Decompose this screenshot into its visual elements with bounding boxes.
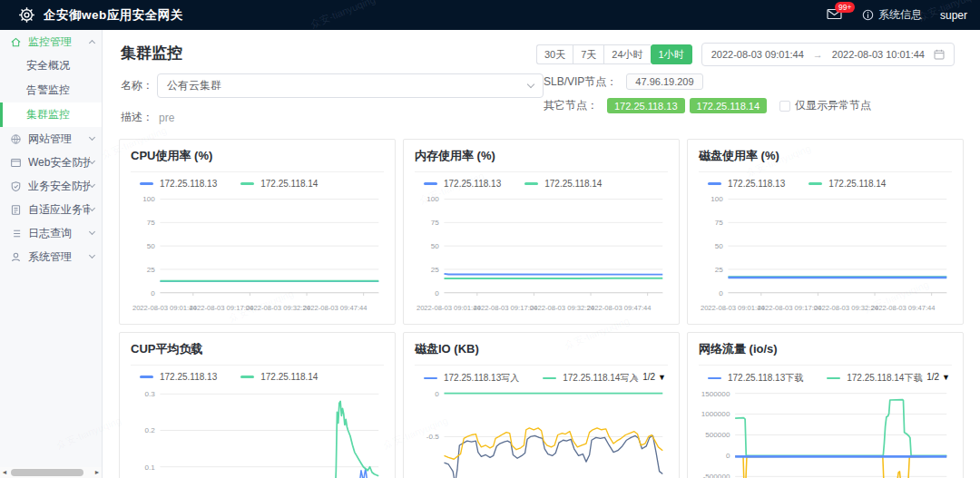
- node-badge: 172.25.118.14: [690, 98, 768, 113]
- main-content: 集群监控 30天7天24小时1小时 2022-08-03 09:01:44 → …: [103, 30, 980, 478]
- sidebar-item-system-mgmt[interactable]: 系统管理: [0, 245, 102, 268]
- scrollbar-thumb[interactable]: [11, 469, 83, 476]
- browser-icon: [10, 157, 24, 169]
- network-traffic-chart[interactable]: 150000010000005000000-500000: [699, 386, 952, 478]
- sidebar-item-alarm-monitoring[interactable]: 告警监控: [0, 78, 102, 102]
- topbar: 企安御web应用安全网关 99+ 系统信息 super: [0, 0, 980, 30]
- legend-item[interactable]: 172.25.118.13: [708, 179, 785, 189]
- chevron-down-icon: [89, 205, 95, 211]
- svg-text:2022-08-03 09:01:44: 2022-08-03 09:01:44: [132, 304, 198, 312]
- cluster-select[interactable]: 公有云集群: [157, 73, 544, 98]
- sidebar-item-log-query[interactable]: 日志查询: [0, 221, 102, 245]
- svg-text:2022-08-03 09:47:44: 2022-08-03 09:47:44: [587, 304, 652, 312]
- legend-page-down-icon[interactable]: ▼: [942, 373, 950, 382]
- date-start: 2022-08-03 09:01:44: [711, 49, 804, 60]
- chart-title: 磁盘使用率 (%): [699, 148, 952, 172]
- svg-text:0.3: 0.3: [144, 390, 155, 398]
- legend-pager: ▲1/2▼: [916, 372, 950, 382]
- legend-item[interactable]: 172.25.118.14写入: [543, 372, 638, 385]
- sidebar-item-website-mgmt[interactable]: 网站管理: [0, 127, 102, 151]
- scroll-right-arrow-icon[interactable]: ►: [93, 467, 102, 478]
- slb-vip-label: SLB/VIP节点：: [544, 74, 617, 90]
- legend-color-dash: [240, 376, 254, 378]
- current-user[interactable]: super: [940, 9, 967, 22]
- legend-color-dash: [424, 182, 437, 185]
- svg-text:500000: 500000: [705, 431, 730, 439]
- legend-item[interactable]: 172.25.118.13写入: [424, 372, 519, 385]
- chevron-down-icon: [89, 158, 95, 164]
- disk-io-chart[interactable]: 0-0.5-1: [415, 386, 668, 478]
- chart-legend: 172.25.118.13172.25.118.14: [699, 172, 952, 190]
- chart-card-disk-usage: 磁盘使用率 (%) 172.25.118.13172.25.118.14 025…: [687, 139, 964, 325]
- legend-item[interactable]: 172.25.118.14: [808, 179, 886, 189]
- sidebar-item-web-security[interactable]: Web安全防护: [0, 151, 102, 174]
- date-range-picker[interactable]: 2022-08-03 09:01:44 → 2022-08-03 10:01:4…: [701, 43, 955, 66]
- svg-text:25: 25: [147, 266, 156, 274]
- chart-title: 网络流量 (io/s): [699, 341, 952, 366]
- disk-usage-chart[interactable]: 02550751002022-08-03 09:01:442022-08-03 …: [699, 190, 952, 317]
- legend-item[interactable]: 172.25.118.13: [140, 372, 217, 382]
- legend-item[interactable]: 172.25.118.13下载: [708, 372, 803, 385]
- legend-pager: ▲1/2▼: [632, 372, 666, 382]
- svg-text:-0.5: -0.5: [426, 433, 439, 441]
- sidebar-item-security-overview[interactable]: 安全概况: [0, 54, 102, 78]
- legend-color-dash: [240, 182, 254, 185]
- legend-color-dash: [140, 376, 153, 378]
- scroll-left-arrow-icon[interactable]: ◄: [0, 467, 9, 478]
- svg-text:2022-08-03 09:32:24: 2022-08-03 09:32:24: [530, 304, 595, 312]
- chevron-down-icon: [527, 81, 534, 88]
- chart-title: 内存使用率 (%): [415, 148, 668, 172]
- legend-item[interactable]: 172.25.118.13: [424, 179, 501, 189]
- legend-page-up-icon[interactable]: ▲: [916, 373, 924, 382]
- chart-card-memory-usage: 内存使用率 (%) 172.25.118.13172.25.118.14 025…: [403, 139, 680, 325]
- legend-page-down-icon[interactable]: ▼: [658, 373, 666, 382]
- user-icon: [10, 251, 24, 263]
- abnormal-only-checkbox[interactable]: [779, 101, 790, 112]
- sidebar-horizontal-scrollbar[interactable]: ◄ ►: [0, 467, 102, 478]
- time-range-button[interactable]: 30天: [536, 44, 573, 64]
- svg-text:1500000: 1500000: [701, 390, 730, 398]
- time-range-button[interactable]: 7天: [573, 44, 603, 64]
- svg-text:75: 75: [431, 219, 440, 227]
- svg-text:50: 50: [431, 242, 440, 250]
- app-title: 企安御web应用安全网关: [44, 7, 183, 24]
- legend-color-dash: [140, 182, 153, 185]
- node-badges: 172.25.118.13172.25.118.14: [607, 98, 767, 113]
- legend-page-up-icon[interactable]: ▲: [632, 373, 640, 382]
- memory-usage-chart[interactable]: 02550751002022-08-03 09:01:442022-08-03 …: [415, 190, 668, 317]
- svg-text:50: 50: [147, 242, 156, 250]
- page-title: 集群监控: [121, 43, 182, 63]
- cpu-load-chart[interactable]: 0.30.20.10: [131, 384, 384, 478]
- legend-item[interactable]: 172.25.118.14: [240, 179, 318, 189]
- svg-text:0: 0: [151, 289, 155, 298]
- svg-text:0: 0: [435, 289, 439, 298]
- legend-item[interactable]: 172.25.118.14: [524, 179, 602, 189]
- sidebar-item-adaptive-audit[interactable]: 自适应业务审计: [0, 198, 102, 221]
- legend-item[interactable]: 172.25.118.14: [240, 372, 318, 382]
- info-icon: [862, 9, 874, 21]
- chart-card-cpu-load: CUP平均负载 172.25.118.13172.25.118.14 0.30.…: [119, 332, 396, 478]
- sidebar-item-cluster-monitoring[interactable]: 集群监控: [0, 102, 102, 127]
- unread-count-badge: 99+: [835, 2, 855, 14]
- date-range-arrow: →: [813, 49, 823, 60]
- svg-text:-500000: -500000: [703, 473, 730, 478]
- legend-item[interactable]: 172.25.118.13: [140, 179, 217, 189]
- cpu-usage-chart[interactable]: 02550751002022-08-03 09:01:442022-08-03 …: [131, 190, 384, 317]
- sidebar-item-business-security[interactable]: 业务安全防护: [0, 174, 102, 198]
- messages-button[interactable]: 99+: [827, 8, 842, 23]
- sidebar-menu: 监控管理安全概况告警监控集群监控网站管理Web安全防护业务安全防护自适应业务审计…: [0, 30, 102, 268]
- svg-text:100: 100: [142, 195, 155, 203]
- svg-text:25: 25: [715, 266, 724, 274]
- svg-text:2022-08-03 09:17:04: 2022-08-03 09:17:04: [189, 304, 254, 312]
- chart-card-cpu-usage: CPU使用率 (%) 172.25.118.13172.25.118.14 02…: [119, 139, 396, 325]
- time-range-button[interactable]: 1小时: [651, 44, 692, 64]
- svg-text:0: 0: [726, 452, 730, 460]
- svg-text:2022-08-03 09:47:44: 2022-08-03 09:47:44: [871, 304, 936, 312]
- chevron-down-icon: [89, 252, 95, 259]
- sidebar-item-monitoring-mgmt[interactable]: 监控管理: [0, 30, 102, 54]
- chevron-up-icon: [89, 40, 95, 46]
- system-info-button[interactable]: 系统信息: [862, 7, 922, 23]
- time-range-buttons: 30天7天24小时1小时: [536, 44, 692, 64]
- legend-item[interactable]: 172.25.118.14下载: [827, 372, 922, 385]
- time-range-button[interactable]: 24小时: [603, 44, 650, 64]
